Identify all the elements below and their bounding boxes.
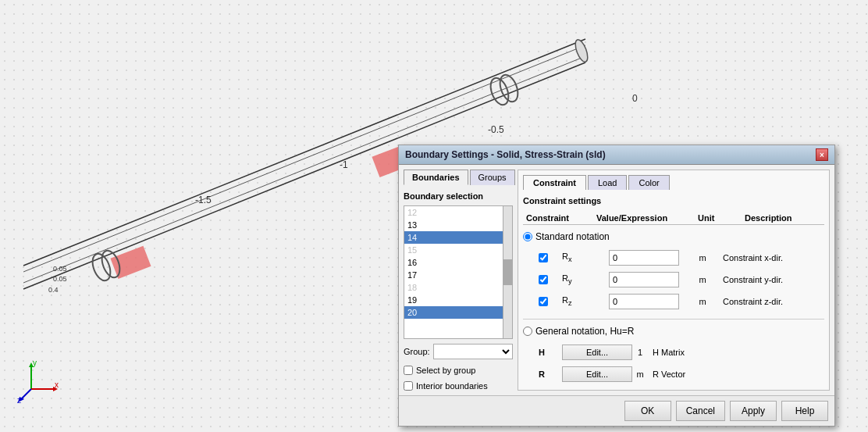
col-unit: Unit	[698, 213, 745, 223]
rz-desc: Constraint z-dir.	[723, 297, 824, 306]
standard-notation-row: Standard notation	[523, 231, 824, 242]
select-by-group-label: Select by group	[416, 366, 475, 375]
rz-row: Rz m Constraint z-dir.	[523, 294, 824, 309]
group-row: Group:	[404, 344, 513, 359]
dialog-body: Boundaries Groups Boundary selection 12 …	[399, 165, 834, 395]
svg-point-10	[573, 38, 590, 63]
boundary-settings-dialog: Boundary Settings - Solid, Stress-Strain…	[398, 145, 835, 427]
ry-input[interactable]	[609, 272, 679, 287]
h-label: H	[539, 348, 562, 357]
tab-boundaries[interactable]: Boundaries	[404, 170, 468, 185]
svg-text:0.4: 0.4	[48, 286, 59, 294]
h-desc: H Matrix	[653, 348, 824, 357]
select-by-group-row: Select by group	[404, 366, 513, 375]
help-button[interactable]: Help	[781, 401, 828, 421]
svg-text:-1.5: -1.5	[195, 195, 212, 205]
svg-text:x: x	[55, 380, 59, 389]
list-scrollbar[interactable]	[503, 206, 512, 338]
group-label: Group:	[404, 347, 430, 356]
col-value: Value/Expression	[596, 213, 698, 223]
r-unit: m	[632, 370, 648, 379]
select-by-group-checkbox[interactable]	[404, 366, 413, 375]
list-item-selected[interactable]: 20	[404, 306, 503, 319]
list-item[interactable]: 18	[404, 281, 503, 294]
r-row: R Edit... m R Vector	[523, 366, 824, 382]
general-notation-radio[interactable]	[523, 327, 532, 336]
list-item[interactable]: 13	[404, 219, 503, 231]
ry-label: Ry	[562, 273, 609, 285]
dialog-title: Boundary Settings - Solid, Stress-Strain…	[405, 149, 606, 160]
boundary-list[interactable]: 12 13 14 15 16 17 18 19 20	[404, 206, 503, 338]
list-item-selected[interactable]: 14	[404, 231, 503, 244]
tab-color[interactable]: Color	[628, 175, 669, 190]
axis-widget: y x z	[16, 358, 62, 405]
boundary-list-container: 12 13 14 15 16 17 18 19 20	[404, 205, 513, 339]
general-notation-row: General notation, Hu=R	[523, 326, 824, 337]
right-panel: Constraint Load Color Constraint setting…	[518, 170, 830, 391]
list-item[interactable]: 15	[404, 244, 503, 256]
right-tab-bar: Constraint Load Color	[523, 175, 824, 190]
r-label: R	[539, 370, 562, 379]
rx-label: Rx	[562, 252, 609, 263]
rz-input[interactable]	[609, 294, 679, 309]
standard-notation-radio[interactable]	[523, 232, 532, 241]
boundary-selection-label: Boundary selection	[404, 191, 513, 201]
general-notation-label: General notation, Hu=R	[535, 326, 634, 337]
rx-input[interactable]	[609, 250, 679, 266]
rx-row: Rx m Constraint x-dir.	[523, 250, 824, 266]
tab-constraint[interactable]: Constraint	[523, 175, 586, 190]
tab-groups[interactable]: Groups	[470, 170, 515, 185]
ok-button[interactable]: OK	[624, 401, 671, 421]
svg-rect-4	[110, 246, 151, 279]
ry-row: Ry m Constraint y-dir.	[523, 272, 824, 287]
rz-unit: m	[687, 297, 718, 306]
svg-text:0.05: 0.05	[53, 275, 67, 283]
rz-checkbox[interactable]	[539, 297, 548, 306]
rx-checkbox[interactable]	[539, 253, 548, 262]
rx-unit: m	[687, 253, 718, 262]
apply-button[interactable]: Apply	[730, 401, 777, 421]
constraint-settings-label: Constraint settings	[523, 196, 824, 205]
standard-notation-label: Standard notation	[535, 231, 610, 242]
list-item[interactable]: 19	[404, 294, 503, 306]
rz-label: Rz	[562, 295, 609, 307]
left-panel: Boundaries Groups Boundary selection 12 …	[404, 170, 513, 391]
r-edit-button[interactable]: Edit...	[562, 366, 632, 382]
h-unit: 1	[632, 348, 648, 357]
left-tab-bar: Boundaries Groups	[404, 170, 513, 185]
group-select[interactable]	[433, 344, 513, 359]
rx-desc: Constraint x-dir.	[723, 253, 824, 262]
svg-text:0: 0	[632, 93, 638, 104]
interior-boundaries-checkbox[interactable]	[404, 381, 413, 391]
close-button[interactable]: ×	[816, 148, 828, 161]
ry-checkbox[interactable]	[539, 275, 548, 284]
dialog-titlebar: Boundary Settings - Solid, Stress-Strain…	[399, 145, 834, 165]
section-divider	[523, 319, 824, 320]
ry-unit: m	[687, 275, 718, 284]
list-item[interactable]: 16	[404, 256, 503, 269]
svg-text:y: y	[33, 359, 37, 367]
interior-boundaries-row: Interior boundaries	[404, 381, 513, 391]
r-desc: R Vector	[653, 370, 824, 379]
list-item[interactable]: 12	[404, 206, 503, 219]
dialog-footer: OK Cancel Apply Help	[399, 395, 834, 426]
svg-text:0.05: 0.05	[53, 265, 67, 273]
col-constraint: Constraint	[526, 213, 596, 223]
svg-text:-0.5: -0.5	[488, 124, 504, 135]
svg-text:z: z	[17, 396, 21, 405]
col-description: Description	[745, 213, 821, 223]
svg-text:-1: -1	[340, 159, 348, 170]
cancel-button[interactable]: Cancel	[676, 401, 725, 421]
tab-load[interactable]: Load	[588, 175, 627, 190]
list-item[interactable]: 17	[404, 269, 503, 281]
h-row: H Edit... 1 H Matrix	[523, 345, 824, 360]
ry-desc: Constraint y-dir.	[723, 275, 824, 284]
h-edit-button[interactable]: Edit...	[562, 345, 632, 360]
table-header: Constraint Value/Expression Unit Descrip…	[523, 212, 824, 225]
interior-boundaries-label: Interior boundaries	[416, 381, 488, 391]
